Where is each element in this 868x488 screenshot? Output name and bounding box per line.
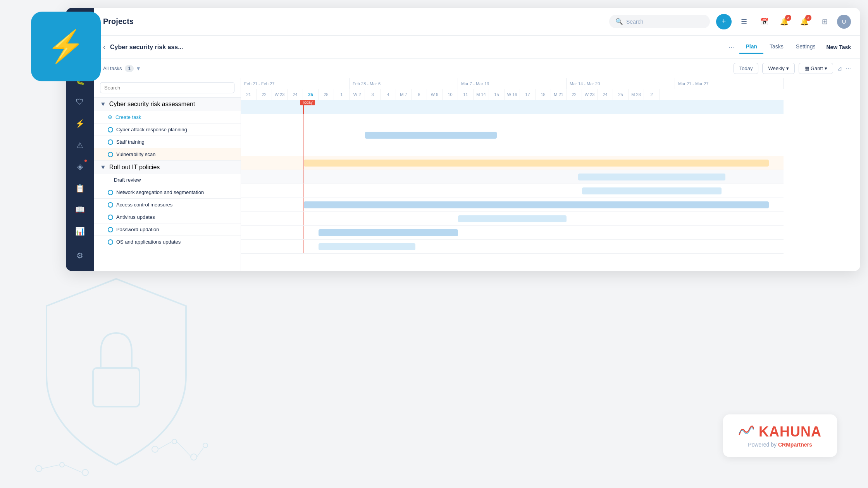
gantt-bar-password	[319, 229, 458, 236]
svg-point-3	[191, 454, 197, 460]
gantt-day-18: 17	[520, 89, 536, 100]
task-antivirus[interactable]: Antivirus updates	[94, 211, 241, 223]
svg-rect-0	[93, 368, 140, 407]
grid-button[interactable]: ⊞	[817, 14, 832, 29]
gantt-day-1: 22	[257, 89, 272, 100]
task-network-seg[interactable]: Network segregation and segmentation	[94, 186, 241, 199]
gantt-week-labels: Feb 21 - Feb 27 Feb 28 - Mar 6 Mar 7 - M…	[241, 78, 860, 89]
svg-point-10	[82, 469, 88, 476]
gantt-button[interactable]: ▦ Gantt ▾	[799, 63, 833, 74]
task-status-icon	[108, 239, 113, 245]
toolbar: All tasks 1 ▾ Today Weekly ▾ ▦ Gantt ▾	[94, 59, 860, 78]
gantt-bars-icon: ▦	[804, 65, 809, 71]
kahuna-brand: KAHUNA Powered by CRMpartners	[723, 414, 837, 457]
weekly-button[interactable]: Weekly ▾	[762, 63, 794, 74]
task-staff-training[interactable]: Staff training	[94, 136, 241, 148]
more-icon: ···	[846, 65, 851, 72]
gantt-day-7: W 2	[350, 89, 365, 100]
week-label-3: Mar 7 - Mar 13	[458, 78, 567, 89]
week-label-5: Mar 21 - Mar 27	[675, 78, 784, 89]
notifications-button-1[interactable]: 🔔 2	[777, 14, 792, 29]
back-button[interactable]: ‹	[103, 43, 105, 51]
svg-point-9	[60, 462, 64, 467]
task-status-icon	[108, 139, 113, 145]
task-group-cyber[interactable]: ▼ Cyber security risk assessment	[94, 98, 241, 111]
task-count-dropdown[interactable]: ▾	[137, 65, 140, 72]
plus-icon: +	[722, 17, 726, 26]
kahuna-tagline: Powered by CRMpartners	[748, 442, 812, 448]
project-view: ‹ Cyber security risk ass... ··· Plan Ta…	[94, 36, 860, 271]
gantt-day-labels: 2122W 232425281W 234M 78W 91011M 1415W 1…	[241, 89, 860, 100]
notification-badge-2: 2	[805, 15, 811, 21]
task-search-input[interactable]	[100, 82, 234, 93]
sidebar-item-warning[interactable]: ⚠	[71, 136, 89, 155]
gantt-day-12: W 9	[427, 89, 443, 100]
tab-settings[interactable]: Settings	[790, 40, 822, 54]
project-tabs: Plan Tasks Settings	[739, 40, 822, 54]
weekly-label: Weekly	[768, 65, 784, 71]
sidebar-item-settings[interactable]: ⚙	[71, 246, 89, 265]
user-avatar[interactable]: U	[837, 15, 851, 29]
task-status-icon	[108, 227, 113, 232]
task-draft-review[interactable]: Draft review	[94, 174, 241, 186]
gantt-day-2: W 23	[272, 89, 288, 100]
task-password[interactable]: Password updation	[94, 223, 241, 236]
today-marker-label: Today	[300, 100, 315, 105]
project-more-button[interactable]: ···	[728, 43, 735, 52]
gantt-bar-cyber-attack	[365, 132, 497, 139]
gantt-day-6: 1	[334, 89, 350, 100]
gantt-day-11: 8	[412, 89, 427, 100]
tab-plan[interactable]: Plan	[739, 40, 763, 54]
sidebar-item-layers[interactable]: ◈	[71, 157, 89, 176]
kahuna-brand-name: KAHUNA	[759, 424, 822, 440]
svg-line-12	[64, 465, 82, 473]
sidebar-item-shield[interactable]: 🛡	[71, 93, 89, 112]
sidebar-item-docs[interactable]: 📖	[71, 200, 89, 219]
svg-point-2	[172, 439, 177, 444]
search-icon: 🔍	[615, 18, 623, 25]
notifications-button-2[interactable]: 🔔 2	[797, 14, 812, 29]
kahuna-icon	[739, 425, 754, 439]
task-group-name: Roll out IT policies	[109, 164, 160, 171]
toolbar-left: All tasks 1 ▾	[103, 65, 729, 72]
global-search[interactable]: 🔍 Search	[609, 15, 710, 28]
gantt-bar-draft-review	[582, 187, 722, 194]
new-task-button[interactable]: New Task	[826, 44, 851, 50]
task-group-name: Cyber security risk assessment	[109, 101, 195, 108]
gantt-body: Today	[241, 100, 860, 271]
svg-line-6	[177, 442, 191, 457]
more-options-button[interactable]: ···	[846, 65, 851, 72]
add-button[interactable]: +	[716, 14, 732, 29]
list-icon: ☰	[741, 17, 747, 26]
sidebar-item-lightning[interactable]: ⚡	[71, 114, 89, 133]
task-os-updates[interactable]: OS and applications updates	[94, 236, 241, 248]
task-access-control[interactable]: Access control measures	[94, 199, 241, 211]
gantt-bar-network-seg	[304, 201, 769, 208]
filter-button[interactable]: ⊿	[837, 65, 842, 72]
task-count-badge: 1	[125, 65, 134, 72]
gantt-day-5: 28	[319, 89, 334, 100]
task-name: Antivirus updates	[116, 214, 155, 220]
gantt-day-0: 21	[241, 89, 257, 100]
task-vulnerability-scan[interactable]: Vulnerability scan	[94, 148, 241, 161]
gantt-bar-os-updates	[319, 243, 415, 250]
sidebar-item-analytics[interactable]: 📊	[71, 222, 89, 241]
task-status-icon	[108, 152, 113, 157]
task-name: Network segregation and segmentation	[116, 189, 204, 195]
gantt-day-15: M 14	[474, 89, 489, 100]
project-header: ‹ Cyber security risk ass... ··· Plan Ta…	[94, 36, 860, 59]
task-status-icon	[108, 190, 113, 195]
task-create-task[interactable]: ⊕ Create task	[94, 111, 241, 124]
sidebar-item-reports[interactable]: 📋	[71, 179, 89, 198]
task-name: Draft review	[114, 177, 141, 183]
task-cyber-attack[interactable]: Cyber attack response planning	[94, 124, 241, 136]
today-button[interactable]: Today	[734, 63, 759, 74]
task-status-icon	[108, 215, 113, 220]
list-view-button[interactable]: ☰	[736, 14, 752, 29]
tab-tasks[interactable]: Tasks	[763, 40, 790, 54]
gantt-day-16: 15	[489, 89, 505, 100]
gantt-bar-vuln-scan	[304, 160, 769, 167]
calendar-button[interactable]: 📅	[756, 14, 772, 29]
gantt-day-24: 25	[613, 89, 629, 100]
task-group-it[interactable]: ▼ Roll out IT policies	[94, 161, 241, 174]
